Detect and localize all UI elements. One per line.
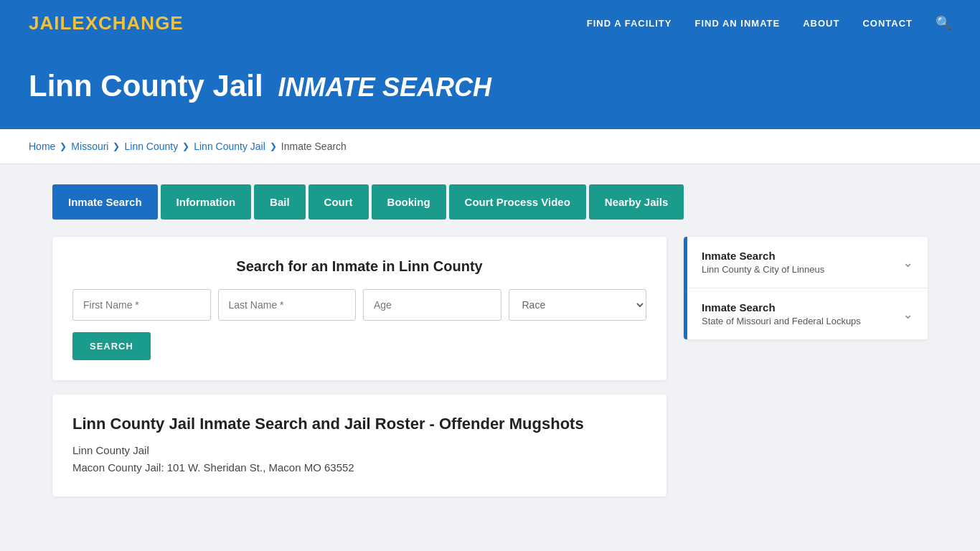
search-card-title: Search for an Inmate in Linn County <box>72 258 646 275</box>
info-card: Linn County Jail Inmate Search and Jail … <box>52 395 666 496</box>
sidebar-accent-bar <box>684 237 687 339</box>
breadcrumb-sep-2: ❯ <box>113 141 120 151</box>
sidebar-item-missouri-federal[interactable]: Inmate Search State of Missouri and Fede… <box>687 288 928 339</box>
breadcrumb-missouri[interactable]: Missouri <box>71 141 108 152</box>
sidebar-item-label-bottom-1: Linn County & City of Linneus <box>702 264 824 275</box>
tab-nearby-jails[interactable]: Nearby Jails <box>589 184 684 220</box>
chevron-down-icon-2: ⌄ <box>903 306 913 322</box>
tab-information[interactable]: Information <box>161 184 252 220</box>
info-card-title: Linn County Jail Inmate Search and Jail … <box>72 415 646 433</box>
nav-search-icon-item[interactable]: 🔍 <box>936 15 951 31</box>
nav-item-about[interactable]: ABOUT <box>803 17 839 29</box>
search-icon[interactable]: 🔍 <box>936 16 951 30</box>
nav-link-find-inmate[interactable]: FIND AN INMATE <box>694 18 780 29</box>
tabs-container: Inmate Search Information Bail Court Boo… <box>52 184 928 220</box>
sidebar-item-linn-county[interactable]: Inmate Search Linn County & City of Linn… <box>687 237 928 288</box>
sidebar-item-header-2[interactable]: Inmate Search State of Missouri and Fede… <box>687 288 928 339</box>
age-input[interactable] <box>363 289 501 321</box>
first-name-input[interactable] <box>72 289 211 321</box>
search-button[interactable]: SEARCH <box>72 332 151 360</box>
breadcrumb-linn-county[interactable]: Linn County <box>124 141 178 152</box>
nav-link-about[interactable]: ABOUT <box>803 18 839 29</box>
chevron-down-icon-1: ⌄ <box>903 255 913 270</box>
nav-item-contact[interactable]: CONTACT <box>862 17 913 29</box>
tab-court-process-video[interactable]: Court Process Video <box>449 184 586 220</box>
navbar: JAILEXCHANGE FIND A FACILITY FIND AN INM… <box>0 0 980 46</box>
breadcrumb-sep-3: ❯ <box>182 141 189 151</box>
nav-item-find-facility[interactable]: FIND A FACILITY <box>587 17 672 29</box>
last-name-input[interactable] <box>218 289 357 321</box>
logo-jail: JAIL <box>29 12 72 34</box>
hero-title: Linn County Jail <box>29 69 263 103</box>
breadcrumb-home[interactable]: Home <box>29 141 55 152</box>
breadcrumb-sep-1: ❯ <box>60 141 67 151</box>
nav-link-contact[interactable]: CONTACT <box>862 18 913 29</box>
tab-inmate-search[interactable]: Inmate Search <box>52 184 158 220</box>
breadcrumb-current: Inmate Search <box>281 141 347 152</box>
race-select[interactable]: Race White Black Hispanic Asian Native A… <box>509 289 647 321</box>
site-logo[interactable]: JAILEXCHANGE <box>29 12 184 34</box>
info-card-body: Linn County Jail Macon County Jail: 101 … <box>72 442 646 476</box>
tab-court[interactable]: Court <box>308 184 369 220</box>
sidebar-card: Inmate Search Linn County & City of Linn… <box>684 237 928 339</box>
content-area: Inmate Search Information Bail Court Boo… <box>24 164 956 517</box>
tab-bail[interactable]: Bail <box>254 184 306 220</box>
info-line-2: Macon County Jail: 101 W. Sheridan St., … <box>72 459 646 476</box>
sidebar-item-left-2: Inmate Search State of Missouri and Fede… <box>702 301 861 326</box>
info-line-1: Linn County Jail <box>72 442 646 459</box>
nav-link-find-facility[interactable]: FIND A FACILITY <box>587 18 672 29</box>
breadcrumb: Home ❯ Missouri ❯ Linn County ❯ Linn Cou… <box>29 141 951 152</box>
sidebar-item-label-bottom-2: State of Missouri and Federal Lockups <box>702 316 861 326</box>
sidebar-item-label-top-1: Inmate Search <box>702 250 824 262</box>
sidebar-item-label-top-2: Inmate Search <box>702 301 861 314</box>
breadcrumb-bar: Home ❯ Missouri ❯ Linn County ❯ Linn Cou… <box>0 129 980 164</box>
search-form: Race White Black Hispanic Asian Native A… <box>72 289 646 321</box>
left-content: Search for an Inmate in Linn County Race… <box>52 237 666 496</box>
breadcrumb-linn-county-jail[interactable]: Linn County Jail <box>194 141 265 152</box>
nav-item-find-inmate[interactable]: FIND AN INMATE <box>694 17 780 29</box>
search-card: Search for an Inmate in Linn County Race… <box>52 237 666 380</box>
sidebar-inner: Inmate Search Linn County & City of Linn… <box>684 237 928 339</box>
logo-exchange: EXCHANGE <box>72 12 183 34</box>
nav-links: FIND A FACILITY FIND AN INMATE ABOUT CON… <box>587 15 951 31</box>
sidebar-item-left-1: Inmate Search Linn County & City of Linn… <box>702 250 824 275</box>
right-sidebar: Inmate Search Linn County & City of Linn… <box>684 237 928 342</box>
page-title: Linn County Jail INMATE SEARCH <box>29 69 951 103</box>
breadcrumb-sep-4: ❯ <box>270 141 277 151</box>
hero-section: Linn County Jail INMATE SEARCH <box>0 46 980 129</box>
sidebar-item-header-1[interactable]: Inmate Search Linn County & City of Linn… <box>687 237 928 288</box>
tab-booking[interactable]: Booking <box>372 184 446 220</box>
hero-subtitle: INMATE SEARCH <box>278 72 491 102</box>
main-layout: Search for an Inmate in Linn County Race… <box>52 237 928 496</box>
